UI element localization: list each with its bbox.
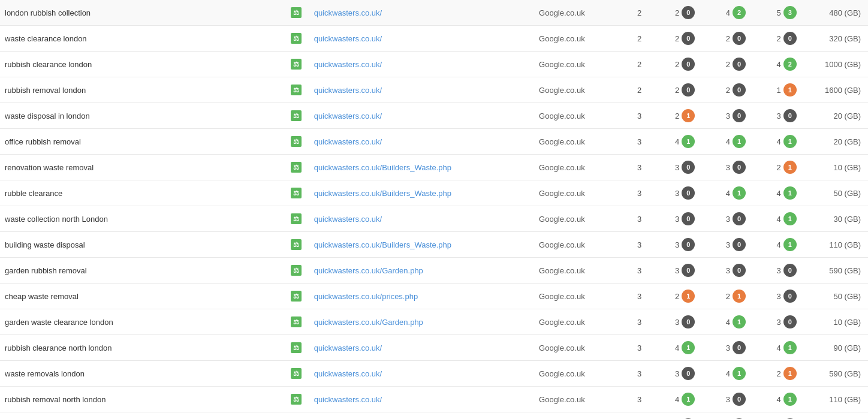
keyword-icon-cell[interactable]: ⚖	[283, 232, 309, 258]
keyword-icon-cell[interactable]: ⚖	[283, 412, 309, 420]
keyword-icon-cell[interactable]: ⚖	[283, 0, 309, 26]
url-cell[interactable]: quickwasters.co.uk/Garden.php	[309, 258, 534, 284]
url-cell[interactable]: quickwasters.co.uk/	[309, 387, 534, 412]
badge3: 1	[783, 135, 797, 148]
url-link[interactable]: quickwasters.co.uk/	[314, 60, 382, 69]
url-link[interactable]: quickwasters.co.uk/prices.php	[314, 292, 418, 301]
keyword-icon[interactable]: ⚖	[291, 394, 302, 405]
url-cell[interactable]: quickwasters.co.uk/Builders_Waste.php	[309, 180, 534, 206]
keyword-icon-cell[interactable]: ⚖	[283, 206, 309, 232]
badge3: 1	[783, 186, 797, 200]
url-link[interactable]: quickwasters.co.uk/	[314, 8, 382, 17]
url-cell[interactable]: quickwasters.co.uk/Garden.php	[309, 309, 534, 335]
badge3-cell: 4 1	[759, 129, 810, 155]
keyword-icon-cell[interactable]: ⚖	[283, 26, 309, 52]
badge1-cell: 4 1	[658, 335, 709, 361]
keyword-icon[interactable]: ⚖	[291, 162, 302, 173]
url-link[interactable]: quickwasters.co.uk/	[314, 34, 382, 43]
col2-num: 3	[671, 369, 679, 378]
keyword-icon[interactable]: ⚖	[291, 85, 302, 95]
keyword-icon-cell[interactable]: ⚖	[283, 52, 309, 77]
url-link[interactable]: quickwasters.co.uk/Builders_Waste.php	[314, 240, 451, 249]
url-link[interactable]: quickwasters.co.uk/	[314, 215, 382, 224]
url-link[interactable]: quickwasters.co.uk/	[314, 343, 382, 352]
badge2: 1	[733, 186, 746, 200]
url-cell[interactable]: quickwasters.co.uk/	[309, 206, 534, 232]
keyword-cell: renovation waste removal	[0, 155, 283, 180]
keyword-icon[interactable]: ⚖	[291, 239, 302, 250]
url-link[interactable]: quickwasters.co.uk/	[314, 395, 382, 404]
col3-num: 4	[722, 318, 730, 327]
url-link[interactable]: quickwasters.co.uk/	[314, 137, 382, 146]
url-cell[interactable]: quickwasters.co.uk/	[309, 26, 534, 52]
keyword-icon[interactable]: ⚖	[291, 136, 302, 147]
badge2: 2	[733, 6, 746, 19]
url-link[interactable]: quickwasters.co.uk/Garden.php	[314, 318, 423, 327]
keyword-icon[interactable]: ⚖	[291, 213, 302, 224]
url-cell[interactable]: quickwasters.co.uk/	[309, 335, 534, 361]
col2-num: 4	[671, 395, 679, 404]
keyword-icon[interactable]: ⚖	[291, 342, 302, 353]
keyword-icon[interactable]: ⚖	[291, 291, 302, 302]
keyword-icon-cell[interactable]: ⚖	[283, 258, 309, 284]
keyword-cell: rubbish removal north london	[0, 387, 283, 412]
keyword-icon-cell[interactable]: ⚖	[283, 284, 309, 309]
keyword-icon[interactable]: ⚖	[291, 188, 302, 198]
badge1: 1	[682, 290, 695, 303]
url-cell[interactable]: quickwasters.co.uk/	[309, 103, 534, 129]
keyword-icon-cell[interactable]: ⚖	[283, 387, 309, 412]
keyword-icon[interactable]: ⚖	[291, 33, 302, 44]
table-row: garden removal ⚖ quickwasters.co.uk/Gard…	[0, 412, 868, 420]
keyword-icon[interactable]: ⚖	[291, 316, 302, 327]
keyword-icon[interactable]: ⚖	[291, 59, 302, 70]
badge1-cell: 3 0	[658, 232, 709, 258]
url-cell[interactable]: quickwasters.co.uk/	[309, 129, 534, 155]
engine-cell: Google.co.uk	[534, 361, 621, 387]
keyword-icon-cell[interactable]: ⚖	[283, 361, 309, 387]
keyword-icon-cell[interactable]: ⚖	[283, 155, 309, 180]
url-link[interactable]: quickwasters.co.uk/	[314, 369, 382, 378]
url-cell[interactable]: quickwasters.co.uk/Garden.php	[309, 412, 534, 420]
badge1-cell: 2 0	[658, 52, 709, 77]
badge2: 1	[733, 367, 746, 380]
url-cell[interactable]: quickwasters.co.uk/Builders_Waste.php	[309, 232, 534, 258]
volume-cell: 590 (GB)	[810, 361, 868, 387]
url-cell[interactable]: quickwasters.co.uk/	[309, 77, 534, 103]
badge1-cell: 3 0	[658, 309, 709, 335]
keyword-icon-cell[interactable]: ⚖	[283, 309, 309, 335]
url-cell[interactable]: quickwasters.co.uk/	[309, 0, 534, 26]
badge1: 0	[682, 315, 695, 328]
table-row: london rubbish collection ⚖ quickwasters…	[0, 0, 868, 26]
keyword-icon-cell[interactable]: ⚖	[283, 103, 309, 129]
keyword-icon[interactable]: ⚖	[291, 265, 302, 276]
keyword-cell: rubbish removal london	[0, 77, 283, 103]
keyword-icon[interactable]: ⚖	[291, 110, 302, 121]
engine-cell: Google.co.uk	[534, 232, 621, 258]
keyword-cell: london rubbish collection	[0, 0, 283, 26]
badge2-cell: 2 0	[709, 26, 760, 52]
url-link[interactable]: quickwasters.co.uk/Builders_Waste.php	[314, 189, 451, 198]
keyword-icon-cell[interactable]: ⚖	[283, 129, 309, 155]
keyword-cell: garden waste clearance london	[0, 309, 283, 335]
url-link[interactable]: quickwasters.co.uk/	[314, 111, 382, 120]
col4-num: 4	[773, 60, 781, 69]
url-cell[interactable]: quickwasters.co.uk/Builders_Waste.php	[309, 155, 534, 180]
url-link[interactable]: quickwasters.co.uk/Garden.php	[314, 266, 423, 275]
url-link[interactable]: quickwasters.co.uk/	[314, 86, 382, 95]
keyword-icon-cell[interactable]: ⚖	[283, 77, 309, 103]
badge3-cell: 3 0	[759, 412, 810, 420]
url-cell[interactable]: quickwasters.co.uk/	[309, 52, 534, 77]
url-cell[interactable]: quickwasters.co.uk/prices.php	[309, 284, 534, 309]
badge2-cell: 3 0	[709, 103, 760, 129]
url-cell[interactable]: quickwasters.co.uk/	[309, 361, 534, 387]
badge2: 0	[733, 58, 746, 71]
keyword-icon-cell[interactable]: ⚖	[283, 180, 309, 206]
keyword-icon-cell[interactable]: ⚖	[283, 335, 309, 361]
keyword-cell: waste disposal in london	[0, 103, 283, 129]
url-link[interactable]: quickwasters.co.uk/Builders_Waste.php	[314, 163, 451, 172]
col1-cell: 3	[621, 232, 658, 258]
badge1: 0	[682, 186, 695, 200]
keyword-icon[interactable]: ⚖	[291, 7, 302, 18]
table-row: waste clearance london ⚖ quickwasters.co…	[0, 26, 868, 52]
keyword-icon[interactable]: ⚖	[291, 368, 302, 379]
